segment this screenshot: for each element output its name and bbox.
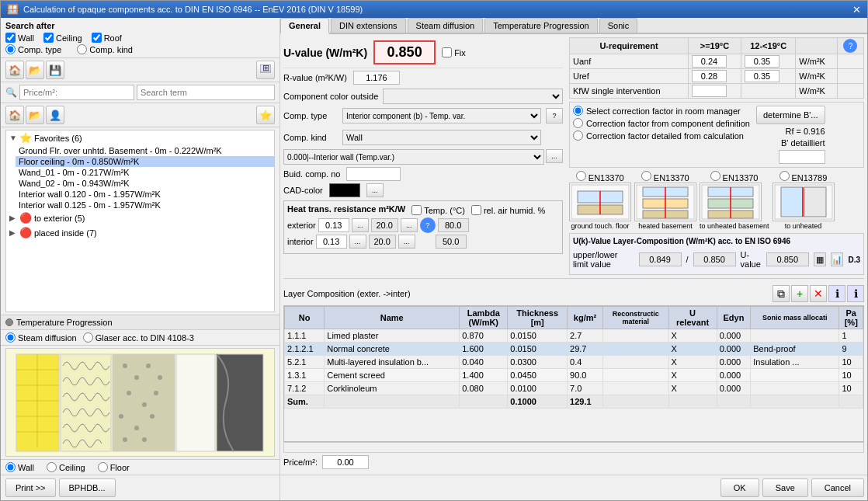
component-tree[interactable]: ▼ ⭐ Favorites (6) Ground Flr. over unhtd… [5,130,275,312]
bottom-ceiling-radio-label[interactable]: Ceiling [47,462,85,472]
buid-input[interactable] [346,167,401,181]
correction-radio-3[interactable] [573,130,583,141]
comp-type-radio-label[interactable]: Comp. type [5,44,61,54]
bottom-floor-radio[interactable] [98,462,108,472]
glaser-radio-label[interactable]: Glaser acc. to DIN 4108-3 [83,332,194,343]
interior-resistance-more-button[interactable]: ... [349,235,366,249]
glaser-radio[interactable] [83,332,93,343]
ukval-grid-button[interactable]: ▦ [814,252,826,266]
comp-kind-select[interactable]: Wall [342,130,541,145]
table-row[interactable]: 1.1.1 Limed plaster 0.870 0.0150 2.7 X 0… [285,329,863,343]
favorites-folder[interactable]: ▼ ⭐ Favorites (6) [6,130,274,145]
kfw-col1-input[interactable] [692,85,727,97]
table-row[interactable]: 7.1.2 Corklinoleum 0.080 0.0100 7.0 X 0.… [285,382,863,395]
en-diagram-3-img[interactable] [700,183,762,221]
save-button[interactable]: Save [762,478,808,497]
upper-limit-input[interactable] [639,252,682,266]
layer-scrollbar[interactable] [283,442,864,453]
price-input[interactable] [322,455,369,469]
nav-star-button[interactable]: ⭐ [256,106,275,124]
search-term-input[interactable] [137,85,275,100]
table-row[interactable]: 2.1.2.1 Normal concrete 1.600 0.0150 29.… [285,343,863,356]
cancel-button[interactable]: Cancel [811,478,864,497]
placed-inside-folder[interactable]: ▶ 🔴 placed inside (7) [6,225,274,240]
uanf-col2-input[interactable] [745,55,779,68]
list-item[interactable]: Floor ceiling - 0m - 0.850W/m²K [16,156,274,167]
close-button[interactable]: ✕ [852,4,861,16]
save-tree-button[interactable]: 💾 [46,61,64,79]
search-input[interactable] [19,85,134,100]
layer-add-button[interactable]: + [791,285,808,302]
correction-radio-1[interactable] [573,106,583,116]
comp-color-select[interactable] [383,89,563,104]
nav-folder-button[interactable]: 📂 [26,106,44,124]
uanf-col1-input[interactable] [692,55,727,68]
layer-info-button[interactable]: ℹ [828,285,845,302]
roof-checkbox-label[interactable]: Roof [92,33,122,43]
wall-checkbox[interactable] [5,33,16,43]
layer-info2-button[interactable]: ℹ [847,285,864,302]
list-item[interactable]: Wand_01 - 0m - 0.217W/m²K [16,167,274,178]
en-diagram-4-img[interactable] [773,183,835,221]
ukval-chart-button[interactable]: 📊 [831,252,843,266]
tab-steam-diffusion[interactable]: Steam diffusion [408,18,484,33]
bphdb-button[interactable]: BPHDB... [59,478,116,497]
ok-button[interactable]: OK [720,478,759,497]
comp-type-radio[interactable] [5,44,16,54]
comp-type-select[interactable]: Interior component (b) - Temp. var. [342,108,541,124]
interior-temp-more-button[interactable]: ... [398,235,415,249]
u-req-help-button[interactable]: ? [843,39,857,53]
tab-general[interactable]: General [280,18,329,34]
exterior-temp-input[interactable] [371,218,398,232]
exterior-humidity-input[interactable] [438,218,469,232]
correction-radio-2[interactable] [573,118,583,128]
tab-din-extensions[interactable]: DIN extensions [331,18,406,33]
cad-color-more-button[interactable]: ... [366,183,384,197]
wall-type-select[interactable]: 0.000|--Interior wall (Temp.var.) [283,149,544,165]
tab-sonic[interactable]: Sonic [599,18,638,33]
interior-resistance-input[interactable] [316,235,347,249]
temp-checkbox-label[interactable]: Temp. (°C) [411,205,465,215]
fix-checkbox[interactable] [442,47,452,57]
layer-delete-button[interactable]: ✕ [810,285,827,302]
home-button[interactable]: 🏠 [5,61,24,79]
open-button[interactable]: 📂 [26,61,44,79]
wall-checkbox-label[interactable]: Wall [5,33,34,43]
bottom-wall-radio-label[interactable]: Wall [5,462,34,472]
comp-kind-radio-label[interactable]: Comp. kind [77,44,133,54]
nav-user-button[interactable]: 👤 [46,106,64,124]
exterior-temp-more-button[interactable]: ... [401,218,418,232]
lower-limit-input[interactable] [693,252,736,266]
exterior-resistance-input[interactable] [318,218,349,232]
layer-table-container[interactable]: No Name Lambda(W/mK) Thickness[m] kg/m² … [283,305,864,442]
en-diagram-4-radio[interactable] [779,171,790,181]
en-diagram-3-radio[interactable] [710,171,720,181]
nav-home-button[interactable]: 🏠 [5,106,24,124]
correction-value-input[interactable] [779,150,825,164]
ceiling-checkbox-label[interactable]: Ceiling [43,33,82,43]
table-row[interactable]: 1.3.1 Cement screed 1.400 0.0450 90.0 X … [285,369,863,382]
interior-humidity-input[interactable] [436,235,467,249]
en-diagram-2-img[interactable] [634,183,696,221]
temp-checkbox[interactable] [411,205,422,215]
list-item[interactable]: Interior wall 0.125 - 0m - 1.957W/m²K [16,200,274,210]
comp-type-help-button[interactable]: ? [546,108,563,124]
print-button[interactable]: Print >> [5,478,56,497]
en-diagram-1-img[interactable] [569,183,631,221]
to-exterior-folder[interactable]: ▶ 🔴 to exterior (5) [6,210,274,225]
steam-diffusion-radio[interactable] [5,332,16,343]
ceiling-checkbox[interactable] [43,33,54,43]
comp-kind-radio[interactable] [77,44,87,54]
exterior-resistance-more-button[interactable]: ... [352,218,369,232]
list-item[interactable]: Interior wall 0.120 - 0m - 1.957W/m²K [16,189,274,200]
humidity-checkbox[interactable] [471,205,481,215]
wall-type-more-button[interactable]: ... [546,149,563,163]
interior-temp-input[interactable] [369,235,396,249]
layer-copy-button[interactable]: ⧉ [773,285,790,302]
determine-button[interactable]: determine B'... [756,106,825,124]
tab-temperature-progression[interactable]: Temperature Progression [484,18,598,33]
ukval-u-value-input[interactable] [766,252,809,266]
bottom-ceiling-radio[interactable] [47,462,57,472]
add-item-button[interactable]: ⊞ [256,61,275,79]
exterior-help-button[interactable]: ? [420,217,436,233]
